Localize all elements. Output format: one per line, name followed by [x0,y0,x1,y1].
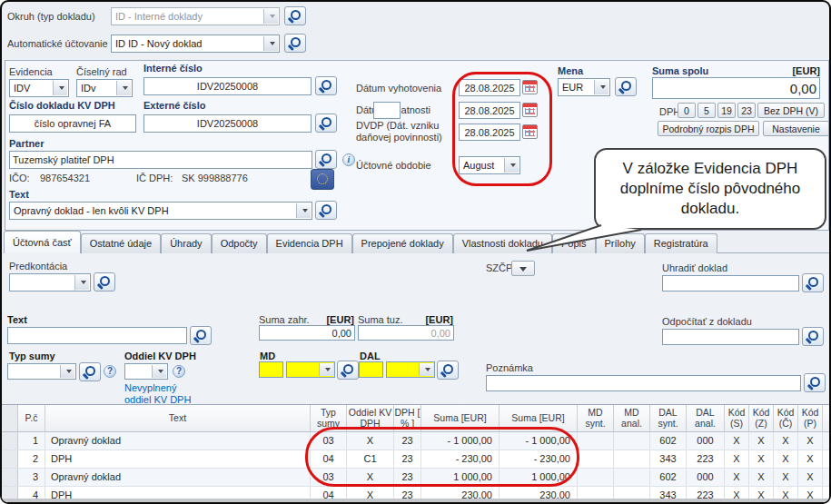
podrobny-rozpis-button[interactable]: Podrobný rozpis DPH [658,121,759,136]
cell: 23 [394,450,421,469]
dph-rate-button-19[interactable]: 19 [717,103,736,118]
cell: X [749,469,774,487]
doc-text-lookup-button[interactable] [315,201,337,220]
cell: X [798,450,823,469]
externe-cislo-lookup-button[interactable] [315,114,337,133]
column-header-dph[interactable]: DPH [ % ] [394,405,421,432]
auto-account-select[interactable]: ID ID - Nový doklad [111,35,280,53]
tab-evidencia-dph[interactable]: Evidencia DPH [267,233,352,253]
evidencia-select[interactable]: IDV [9,79,69,97]
partner-lookup-button[interactable] [315,150,337,169]
row-selector-cell[interactable] [2,469,18,487]
cell-partial [823,469,831,487]
tab-ostatne-udaje[interactable]: Ostatné údaje [81,233,162,253]
column-header-kod-z[interactable]: Kód (Z) [749,405,774,432]
auto-account-lookup-button[interactable] [284,34,306,53]
uhradit-doklad-lookup-button[interactable] [802,273,824,292]
typ-sumy-lookup-button[interactable] [79,362,101,381]
riadok-text-lookup-button[interactable] [190,326,212,345]
doc-text-select[interactable]: Opravný doklad - len kvôli KV DPH [9,202,312,220]
tab-uhrady[interactable]: Úhrady [161,233,211,253]
tab-prilohy[interactable]: Prílohy [596,233,645,253]
mena-select[interactable]: EUR [558,78,610,96]
dal-anal-select[interactable] [386,361,435,378]
column-header-text[interactable]: Text [45,405,311,432]
okruh-select[interactable]: ID - Interné doklady [111,7,280,25]
tab-vlastnosti-dokladu[interactable]: Vlastnosti dokladu [453,233,552,253]
cell: X [347,432,394,450]
bez-dph-button[interactable]: Bez DPH (V) [757,103,825,118]
suma-tuz-label: Suma tuz. [358,314,403,325]
typ-sumy-select[interactable] [7,363,76,380]
row-selector-cell[interactable] [2,450,18,469]
nastavenie-button[interactable]: Nastavenie [763,121,829,136]
column-header-suma-eur[interactable]: Suma [EUR] [421,405,500,432]
column-header-p-c[interactable]: P.č [18,405,45,432]
datum-splatnosti-input[interactable] [459,102,520,119]
md-anal-select[interactable] [286,361,335,378]
column-header-typ-sumy[interactable]: Typ sumy [311,405,347,432]
oddiel-warning-link[interactable]: Nevyplnený oddiel KV DPH [124,382,202,406]
column-header-dal-anal[interactable]: DAL anal. [687,405,725,432]
dph-rate-button-5[interactable]: 5 [697,103,716,118]
suma-zahr-input[interactable] [259,325,355,341]
tab-uctovna-cast[interactable]: Účtovná časť [4,231,81,253]
externe-cislo-input[interactable] [143,114,312,133]
row-selector-cell[interactable] [2,432,18,450]
partner-input[interactable] [9,151,312,169]
dph-rate-button-0[interactable]: 0 [678,103,696,118]
datum-vyhotovenia-input[interactable] [459,79,520,96]
oddiel-kv-dph-label: Oddiel KV DPH [124,351,196,361]
typ-sumy-help-icon[interactable]: ? [104,365,116,378]
mena-lookup-button[interactable] [615,77,637,96]
calendar-icon[interactable] [522,124,538,139]
odpocitat-input[interactable] [662,329,799,345]
column-header-suma-eur[interactable]: Suma [EUR] [500,405,578,432]
szcp-dropdown-button[interactable] [511,261,535,276]
interne-cislo-input[interactable] [143,77,312,95]
calendar-icon[interactable] [522,103,538,117]
column-header-oddiel-kv-dph[interactable]: Oddiel KV DPH [347,405,394,432]
dal-lookup-button[interactable] [437,361,459,380]
cislo-kv-dph-input[interactable] [9,114,136,133]
odpocitat-lookup-button[interactable] [802,327,824,346]
table-row[interactable]: 3Opravný doklad03X231 000,001 000,006020… [2,469,831,487]
riadok-text-input[interactable] [7,327,187,344]
partner-info-icon[interactable]: i [342,153,355,166]
predkontacia-lookup-button[interactable] [94,272,115,292]
column-header-md-anal[interactable]: MD anal. [614,405,650,432]
okruh-lookup-button[interactable] [284,6,306,25]
column-header-kod-c[interactable]: Kód (Č) [774,405,798,432]
uctovne-obdobie-select[interactable]: August [459,156,520,174]
column-header-dal-synt[interactable]: DAL synt. [650,405,687,432]
predkontacia-select[interactable] [9,273,91,292]
tab-registratura[interactable]: Registratúra [645,233,717,253]
eu-vies-button[interactable] [311,169,334,190]
tab-prepojene-doklady[interactable]: Prepojené doklady [352,233,453,253]
md-lookup-button[interactable] [337,361,359,380]
tab-odpocty[interactable]: Odpočty [212,233,267,253]
suma-spolu-input[interactable] [652,77,820,99]
oddiel-kv-dph-help-icon[interactable]: ? [173,365,185,378]
ciselny-rad-select[interactable]: IDv [76,79,133,97]
dal-synt-input[interactable] [359,361,383,378]
poznamka-lookup-button[interactable] [804,373,826,392]
column-header-kod-p[interactable]: Kód (P) [798,405,823,432]
suma-tuz-input[interactable] [358,325,454,341]
table-row[interactable]: 2DPH04C123- 230,00- 230,00343223XXXX [2,450,831,469]
dvdp-input[interactable] [459,124,520,141]
table-row[interactable]: 1Opravný doklad03X23- 1 000,00- 1 000,00… [2,432,831,450]
poznamka-input[interactable] [486,375,801,391]
horizontal-scrollbar[interactable] [2,499,831,504]
oddiel-kv-dph-select[interactable] [124,363,168,380]
calendar-icon[interactable] [522,80,538,94]
cell: 23 [394,432,421,450]
column-header-md-synt[interactable]: MD synt. [578,405,614,432]
column-header-kod-s[interactable]: Kód (S) [725,405,749,432]
splatnost-dni-input[interactable] [373,102,401,119]
md-synt-input[interactable] [259,361,283,378]
tab-popis[interactable]: Popis [552,233,596,253]
interne-cislo-lookup-button[interactable] [315,76,337,95]
dph-rate-button-23[interactable]: 23 [737,103,756,118]
uhradit-doklad-input[interactable] [662,275,799,292]
